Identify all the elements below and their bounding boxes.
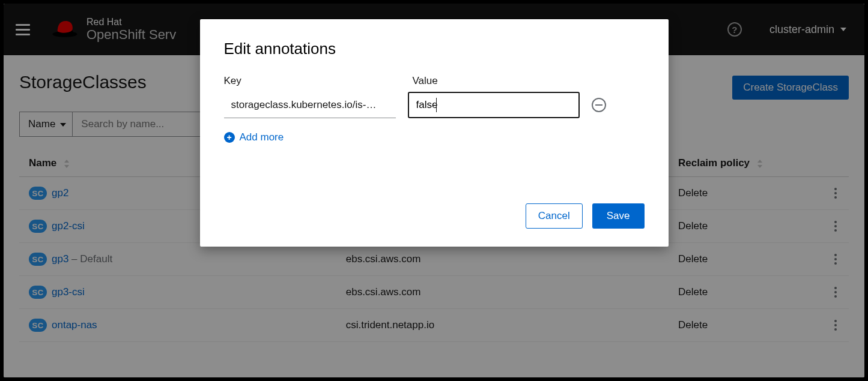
text-caret <box>436 98 437 112</box>
modal-overlay[interactable]: Edit annotations Key Value + <box>4 4 864 377</box>
remove-annotation-button[interactable] <box>592 98 606 112</box>
add-more-link[interactable]: + Add more <box>224 131 645 143</box>
minus-icon <box>595 104 602 106</box>
edit-annotations-modal: Edit annotations Key Value + <box>200 19 669 247</box>
key-label: Key <box>224 75 396 87</box>
modal-title: Edit annotations <box>224 40 645 58</box>
cancel-button[interactable]: Cancel <box>526 203 583 229</box>
app-frame: Red Hat OpenShift Serv ? cluster-admin S… <box>4 4 864 377</box>
plus-circle-icon: + <box>224 132 235 143</box>
annotation-row <box>224 92 645 118</box>
annotation-key-input[interactable] <box>224 92 396 118</box>
annotation-value-input[interactable] <box>408 92 580 118</box>
value-label: Value <box>413 75 438 87</box>
save-button[interactable]: Save <box>592 203 645 229</box>
